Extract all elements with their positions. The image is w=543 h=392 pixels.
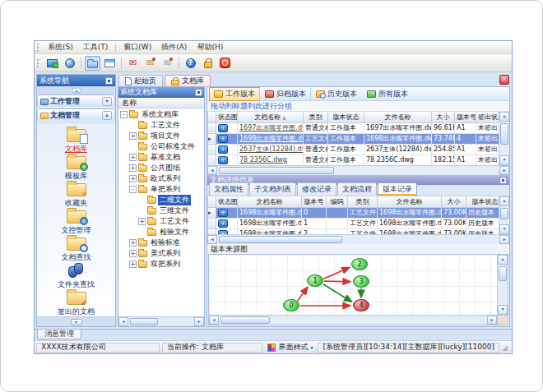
scroll-left-icon[interactable]: ◂ [118,317,128,326]
scrollbar-thumb[interactable] [219,167,334,174]
scrollbar-thumb[interactable] [219,236,342,243]
column-header[interactable]: 文件名称▲ [364,112,432,122]
tree-expander-icon[interactable] [129,164,137,172]
column-header[interactable]: 版本状态▲ [328,112,364,122]
scroll-down-icon[interactable]: ▾ [498,305,508,315]
tree-expander-icon[interactable] [129,261,137,268]
document-name-link[interactable]: 78 2356C.dwg [238,154,304,165]
table-row[interactable]: + 1698出水嘴零件图.dwg 1 工艺文件 1698出水嘴零件图.dwg 7… [208,218,499,228]
detail-tab[interactable]: 子文档列表 [249,182,296,196]
tree-expander-icon[interactable] [120,111,128,118]
version-filter-button[interactable]: 所有版本 [362,87,413,101]
detail-tab[interactable]: 文档流程 [337,182,377,196]
pin-icon[interactable] [499,177,507,184]
scrollbar-thumb[interactable] [130,318,158,325]
sidebar-item[interactable]: 模板库 [39,153,114,180]
table-row[interactable]: + 1697出水嘴零件图.dwg 普通文档 工作版本 1697出水嘴零件图.dw… [208,122,499,133]
toolbar-grip[interactable] [37,59,40,67]
column-header[interactable]: 文档名称▲ [238,112,304,122]
table-row[interactable]: + 2637主体(12284).dwg 普通文档 工作版本 2637主体(122… [208,144,499,154]
chevron-down-icon[interactable] [102,97,112,106]
tree-expander-icon[interactable] [138,196,146,204]
version-filter-button[interactable]: 归档版本 [260,87,311,101]
table-row[interactable]: + 1698出水嘴零件图.dwg 2 工艺文件 1698出水嘴零件图.dwg 7… [208,228,499,234]
scroll-down-icon[interactable]: ▾ [499,224,509,234]
column-header[interactable]: 状态图▲ [216,112,238,122]
layout-icon[interactable] [102,56,118,71]
column-header[interactable]: 版本号▲ [455,112,476,122]
scroll-up-icon[interactable]: ▴ [499,112,509,122]
version-grid-hscrollbar[interactable]: ◂ ▸ [207,234,509,244]
column-header[interactable]: 类别▲ [304,112,328,122]
graph-vscrollbar[interactable]: ▴ ▾ [497,255,508,315]
tree-node[interactable]: 公共图纸 [118,163,204,173]
version-node-1[interactable]: 1 [307,274,323,287]
column-header[interactable]: 版本号 [302,196,327,207]
menu-window[interactable]: 窗口(W) [118,41,156,53]
detail-tab[interactable]: 修改记录 [297,182,336,196]
tree-node[interactable]: 项目文件 [118,131,204,141]
power-icon[interactable] [217,56,233,71]
tree-node[interactable]: 基准文档 [118,152,204,163]
menu-grip[interactable] [37,44,40,52]
table-row[interactable]: + 78 2356C.dwg 普通文档 工作版本 78 2356C.dwg 18… [208,154,499,165]
tree-expander-icon[interactable] [129,239,137,247]
column-header[interactable]: 大小 [442,196,466,207]
tree-node[interactable]: 检验文件 [118,227,204,238]
tree-node[interactable]: 双把系列 [118,259,204,270]
mail-icon[interactable]: ✉ [125,56,141,71]
globe-icon[interactable] [62,56,77,71]
detail-tab[interactable]: 文档属性 [209,182,248,196]
scroll-right-icon[interactable]: ▸ [499,166,509,175]
menu-system[interactable]: 系统(S) [43,41,78,53]
tree-expander-icon[interactable] [129,250,137,257]
menu-help[interactable]: 帮助(H) [192,41,228,53]
tree-expander-icon[interactable] [129,132,137,140]
folder-icon[interactable] [85,56,100,71]
tree-expander-icon[interactable] [129,186,137,193]
version-node-2[interactable]: 2 [351,258,368,270]
document-tab[interactable]: 文档库 [165,75,211,86]
documents-grid-vscrollbar[interactable]: ▴ ▾ [499,112,509,165]
tree-expander-icon[interactable] [129,175,137,182]
version-grid-vscrollbar[interactable]: ▴ ▾ [499,196,509,234]
column-header[interactable]: 状态图 [216,196,238,207]
tree-node[interactable]: 单把系列 [118,184,204,195]
help-icon[interactable]: ? [183,56,198,71]
tree-expander-icon[interactable] [129,143,137,150]
table-row[interactable]: + 1698出水嘴零件图.dwg 0 工艺文件 1698出水嘴零件图.dwg 7… [208,207,499,218]
scroll-down-icon[interactable]: ▾ [499,155,509,165]
scroll-left-icon[interactable]: ◂ [207,235,217,244]
chevron-up-icon[interactable] [72,87,81,92]
version-filter-button[interactable]: 工作版本 [209,87,260,101]
scroll-right-icon[interactable]: ▸ [487,316,497,325]
column-header[interactable]: 编码 [327,196,348,207]
pin-icon[interactable] [105,77,113,85]
tree-expander-icon[interactable] [138,218,146,225]
tree-node[interactable]: 公司标准文件 [118,141,204,152]
detail-tab[interactable]: 版本记录 [378,182,417,196]
scroll-left-icon[interactable]: ◂ [207,166,217,175]
document-name-link[interactable]: 2637主体(12284).dwg [238,144,304,154]
scroll-up-icon[interactable]: ▴ [499,196,509,206]
menu-tools[interactable]: 工具(T) [78,41,114,53]
scroll-up-icon[interactable]: ▴ [498,255,508,265]
resize-grip[interactable]: ◢ [502,344,510,352]
tree-expander-icon[interactable] [129,154,137,161]
column-header[interactable]: 版本状态 [466,196,499,207]
tree-node[interactable]: 工艺文件 [118,216,204,227]
scroll-right-icon[interactable]: ▸ [499,235,509,244]
tree-horizontal-scrollbar[interactable]: ◂ ▸ [118,316,204,326]
version-filter-button[interactable]: 历史版本 [311,87,362,101]
version-node-3[interactable]: 3 [353,275,369,288]
tree-expander-icon[interactable] [129,122,137,129]
tree-expander-icon[interactable] [138,228,146,236]
sidebar-panel-documents[interactable]: 文档管理 [38,109,114,122]
scrollbar-thumb[interactable] [500,208,508,219]
scrollbar-thumb[interactable] [220,316,270,324]
version-node-0[interactable]: 0 [283,299,299,311]
tree-column-header[interactable]: 名称 [118,98,204,108]
sidebar-item[interactable]: 文控管理 [39,207,114,234]
sidebar-item[interactable]: 收藏夹 [39,180,114,207]
column-header[interactable]: 签出状态▲ [476,112,499,122]
